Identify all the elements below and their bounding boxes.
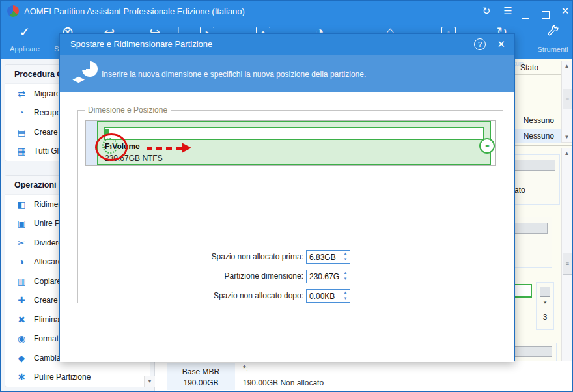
split-icon: ✂	[16, 238, 27, 248]
size-position-groupbox: Dimesione e Posizione F:Volume 230.67GB …	[77, 110, 503, 303]
clean-icon: ✱	[16, 372, 27, 382]
table-cell-status: Nessuno	[524, 116, 554, 125]
resize-partition-icon: ◂▸	[74, 61, 98, 85]
partition-star: *	[537, 300, 553, 309]
dialog-title-bar[interactable]: Spostare e Ridimensionare Partizione ? ✕	[60, 34, 514, 55]
partial-text: ato	[514, 186, 525, 195]
minimize-glyph	[522, 18, 529, 19]
sidebar-scroll-down-arrow[interactable]: ▼	[144, 376, 156, 387]
scrollbar-thumb[interactable]: ≡	[563, 89, 572, 109]
app-logo-icon	[7, 5, 19, 17]
apply-button[interactable]: ✓ Applicare	[5, 24, 44, 53]
disk-migrate-icon: ⇄	[16, 89, 27, 99]
sidebar-item-wipe[interactable]: ✱ Pulire Partizione	[5, 368, 150, 387]
spinner[interactable]: ▲▼	[341, 270, 350, 283]
format-icon: ◉	[16, 333, 27, 344]
partition-info: 190.00GB Non allocato	[243, 378, 324, 387]
disk-summary-box: Base MBR 190.00GB	[167, 363, 235, 390]
groupbox-label: Dimesione e Posizione	[85, 105, 171, 115]
partition-label: *:	[243, 364, 248, 373]
scroll-down-arrow[interactable]: ▼	[562, 132, 572, 142]
app-title: AOMEI Partition Assistant Professionale …	[24, 7, 245, 16]
field-row-partition-size: Partizione dimensione: ▲▼	[117, 270, 365, 284]
merge-icon: ▣	[16, 218, 27, 229]
all-tools-icon: ▦	[16, 146, 27, 156]
usage-bar	[104, 127, 484, 140]
sidebar-item-label: Pulire Partizione	[34, 372, 91, 382]
field-label: Partizione dimensione:	[117, 272, 303, 281]
new-disk-icon: ▤	[16, 127, 27, 137]
annotation-circle	[95, 133, 128, 161]
spin-up-icon[interactable]: ▲	[341, 290, 350, 296]
scroll-up-arrow[interactable]: ▲	[562, 148, 572, 158]
dialog-close-icon[interactable]: ✕	[497, 38, 505, 50]
help-icon[interactable]: ?	[474, 38, 486, 50]
field-row-unallocated-before: Spazio non allocato prima: ▲▼	[117, 250, 365, 264]
allocate-icon: ◑	[16, 257, 27, 267]
partition-size-input-box: ▲▼	[306, 270, 350, 283]
menu-icon[interactable]: ☰	[501, 5, 515, 18]
column-header-stato[interactable]: Stato	[520, 63, 538, 72]
table-scrollbar[interactable]: ▲ ≡ ▼	[561, 61, 572, 143]
check-icon: ✓	[5, 24, 44, 40]
apply-label: Applicare	[5, 45, 44, 53]
panel-scrollbar[interactable]: ▲ ≡ ▼	[561, 148, 572, 391]
field-label: Spazio non allocato prima:	[117, 252, 303, 261]
maximize-glyph	[542, 11, 550, 19]
disk-type: Base MBR	[167, 367, 235, 376]
resize-icon: ◧	[16, 199, 27, 210]
partition-bar: F:Volume 230.67GB NTFS ◂▸ ↔	[85, 120, 496, 166]
delete-icon: ✖	[16, 315, 27, 325]
spin-up-icon[interactable]: ▲	[341, 270, 350, 276]
tools-label: Strumenti	[533, 46, 572, 53]
spin-down-icon[interactable]: ▼	[341, 296, 350, 301]
dialog-instruction: Inserire la nuova dimensione e specifich…	[102, 70, 366, 79]
minimize-button[interactable]	[518, 5, 533, 18]
annotation-arrow-shaft	[147, 147, 182, 150]
close-button[interactable]: ✕	[558, 5, 572, 18]
wrench-icon	[533, 24, 572, 40]
unallocated-after-input-box: ▲▼	[306, 289, 350, 303]
partition-swatch	[540, 287, 550, 297]
spinner[interactable]: ▲▼	[341, 251, 350, 263]
refresh-icon[interactable]: ↻	[479, 5, 494, 18]
unallocated-after-input[interactable]	[309, 290, 339, 301]
spinner[interactable]: ▲▼	[341, 290, 350, 302]
dialog-title: Spostare e Ridimensionare Partizione	[70, 39, 212, 49]
recover-icon: ◔	[16, 107, 27, 118]
change-letter-icon: ◆	[16, 353, 27, 363]
partition-area[interactable]: F:Volume 230.67GB NTFS ◂▸ ↔	[97, 121, 491, 165]
spin-up-icon[interactable]: ▲	[341, 251, 350, 257]
spin-down-icon[interactable]: ▼	[341, 276, 350, 282]
table-cell-status: Nessuno	[524, 132, 554, 141]
arrows-glyph: ◂▸	[73, 72, 84, 86]
unallocated-before-input-box: ▲▼	[306, 250, 350, 264]
partition-size-input[interactable]	[309, 271, 339, 282]
field-row-unallocated-after: Spazio non allocato dopo: ▲▼	[117, 289, 365, 303]
field-label: Spazio non allocato dopo:	[117, 291, 303, 300]
tools-button[interactable]: Strumenti	[533, 24, 572, 53]
right-resize-handle[interactable]: ◂▸	[479, 138, 495, 154]
scroll-up-arrow[interactable]: ▲	[562, 61, 572, 71]
disk-label-box: * 3	[536, 282, 554, 330]
move-resize-dialog: Spostare e Ridimensionare Partizione ? ✕…	[59, 33, 515, 361]
annotation-arrow-head	[182, 143, 191, 153]
disk-list-row[interactable]: Base MBR 190.00GB *: 190.00GB Non alloca…	[155, 361, 573, 392]
pie-glyph	[82, 61, 98, 77]
app-window: AOMEI Partition Assistant Professionale …	[0, 0, 573, 392]
scrollbar-thumb[interactable]: ≡	[563, 253, 572, 275]
unallocated-before-input[interactable]	[309, 251, 339, 262]
title-bar: AOMEI Partition Assistant Professionale …	[1, 1, 573, 21]
spin-down-icon[interactable]: ▼	[341, 257, 350, 262]
maximize-button[interactable]	[538, 5, 553, 18]
disk-size: 190.00GB	[167, 378, 235, 387]
dialog-banner: ◂▸ Inserire la nuova dimensione e specif…	[60, 55, 514, 92]
create-partition-icon: ✚	[16, 295, 27, 305]
dialog-body: Dimesione e Posizione F:Volume 230.67GB …	[60, 92, 514, 362]
disk-number: 3	[537, 313, 553, 322]
copy-icon: ▥	[16, 276, 27, 287]
